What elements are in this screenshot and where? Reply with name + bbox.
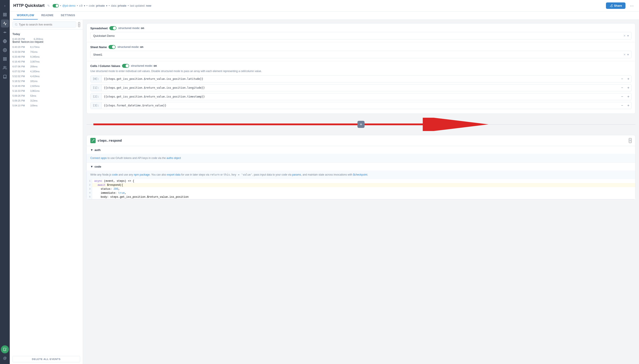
cell-value-0[interactable]: {{steps.get_iss_position.$return_value.i…	[102, 76, 619, 82]
sidebar-notifications-icon[interactable]	[1, 346, 9, 353]
sidebar-dashboard-icon[interactable]	[1, 55, 9, 63]
active-toggle[interactable]	[53, 4, 59, 8]
more-menu-button[interactable]: ···	[628, 2, 635, 9]
list-item[interactable]: 5:52:02 PM 4,419ms	[10, 74, 83, 79]
event-duration: 9,345ms	[30, 56, 40, 58]
header-version: v.9	[79, 4, 83, 7]
list-item[interactable]: 6:16:40 PM 3,007ms	[10, 59, 83, 64]
sidebar-settings-icon[interactable]	[1, 46, 9, 54]
event-duration: 6,293ms	[34, 38, 43, 40]
sidebar-sources-icon[interactable]	[1, 37, 9, 45]
cell-add-0[interactable]: +	[625, 76, 631, 82]
auths-object-link[interactable]: auths object	[167, 156, 181, 160]
line-content-2: await $respond({	[92, 183, 635, 187]
spreadsheet-toggle[interactable]	[109, 26, 117, 30]
cell-value-2[interactable]: {{steps.get_iss_position.$return_value.i…	[102, 93, 619, 100]
spreadsheet-card: Spreadsheet structured mode: on Quicksta…	[87, 23, 635, 114]
cell-row-1: [1]: {{steps.get_iss_position.$return_va…	[90, 84, 632, 91]
header-caret[interactable]: ▾	[84, 4, 85, 7]
sidebar-api-icon[interactable]	[1, 28, 9, 36]
checkpoint-link[interactable]: $checkpoint	[353, 173, 368, 176]
list-item[interactable]: 5:04:10 PM 109ms	[10, 103, 83, 108]
search-box[interactable]	[13, 22, 76, 28]
cells-structured-label: structured mode: on	[131, 64, 157, 68]
share-button[interactable]: Share	[606, 2, 625, 9]
cell-remove-1[interactable]: −	[619, 85, 625, 91]
line-content-5: body: steps.get_iss_position.$return_val…	[92, 195, 635, 199]
list-item[interactable]: 6:33:48 PM 9,345ms	[10, 54, 83, 59]
line-content-4: immediate: true,	[92, 191, 635, 195]
header-user-link[interactable]: @pd-demo	[62, 4, 76, 7]
event-time: 5:16:33 PM	[13, 90, 29, 92]
add-step-button[interactable]: +	[358, 121, 365, 128]
cell-add-2[interactable]: +	[625, 94, 631, 100]
list-item[interactable]: 6:07:06 PM 206ms	[10, 64, 83, 69]
cells-field-label: Cells / Column Values structured mode: o…	[90, 64, 632, 68]
list-item[interactable]: 5:09:25 PM 313ms	[10, 98, 83, 103]
export-data-link[interactable]: export data	[167, 173, 180, 176]
cell-value-3[interactable]: {{steps.format_datetime.$return_value}}	[102, 102, 619, 109]
tab-bar: WORKFLOW README SETTINGS	[10, 12, 639, 20]
list-item[interactable]: 6:07:02 PM 4,183ms	[10, 69, 83, 74]
sidebar-docs-icon[interactable]	[1, 73, 9, 81]
code-toggle[interactable]: ▼ code	[87, 163, 635, 170]
auth-description: Connect apps to use OAuth tokens and API…	[90, 156, 632, 160]
code-line-4: 4 immediate: true,	[87, 191, 635, 195]
spreadsheet-field-input[interactable]: Quickstart Demo × ▾	[90, 32, 632, 40]
respond-title-group: steps.respond	[90, 138, 122, 143]
header-code-caret[interactable]: ▾	[106, 4, 107, 7]
event-duration: 8,173ms	[30, 46, 40, 48]
spreadsheet-field-label: Spreadsheet structured mode: on	[90, 26, 632, 30]
event-list: Today 6:43:28 PM 6,293ms $send: favicon.…	[10, 30, 83, 354]
connect-apps-link[interactable]: Connect apps	[90, 156, 107, 160]
header-badge: • @pd-demo • v.9 ▾ • code: private ▾ • d…	[53, 4, 151, 8]
delete-all-events-button[interactable]: DELETE ALL EVENTS	[13, 356, 80, 362]
list-item[interactable]: 5:09:26 PM 53ms	[10, 93, 83, 98]
line-content-1: async (event, steps) => {	[92, 179, 635, 183]
sheet-name-field-input[interactable]: Sheet1 × ▾	[90, 51, 632, 58]
auth-toggle[interactable]: ▼ auth	[87, 146, 635, 154]
svg-rect-3	[3, 15, 5, 16]
cell-remove-0[interactable]: −	[619, 76, 625, 82]
code-editor[interactable]: 1 async (event, steps) => { 2 await $res…	[87, 179, 635, 199]
respond-card-header: steps.respond ×	[87, 135, 635, 146]
list-item[interactable]: 6:33:58 PM 741ms	[10, 50, 83, 54]
list-item[interactable]: 5:18:52 PM 181ms	[10, 79, 83, 84]
svg-point-16	[15, 24, 17, 25]
sheet-name-expand-icon[interactable]: ▾	[627, 53, 629, 56]
sidebar-expand-btn[interactable]: ›	[1, 2, 9, 10]
list-item[interactable]: 5:18:49 PM 2,825ms	[10, 84, 83, 88]
list-item[interactable]: 5:16:33 PM 3,861ms	[10, 88, 83, 93]
cell-remove-2[interactable]: −	[619, 94, 625, 100]
cell-remove-3[interactable]: −	[619, 102, 625, 108]
list-item[interactable]: 6:43:20 PM 8,173ms	[10, 44, 83, 50]
sidebar-email-icon[interactable]: @	[1, 354, 9, 362]
event-duration: 109ms	[30, 104, 38, 107]
params-link[interactable]: params	[292, 173, 301, 176]
code-link[interactable]: code	[112, 173, 118, 176]
tab-settings[interactable]: SETTINGS	[57, 12, 79, 20]
collapse-panel-button[interactable]: ‹	[78, 22, 80, 27]
sidebar-workflows-icon[interactable]	[1, 11, 9, 18]
sheet-name-toggle[interactable]	[109, 45, 116, 49]
svg-point-9	[5, 50, 6, 51]
cells-toggle[interactable]	[122, 64, 129, 68]
npm-link[interactable]: npm package	[134, 173, 150, 176]
code-desc-text: Write any Node.js code and use any npm p…	[90, 173, 632, 177]
tab-workflow[interactable]: WORKFLOW	[13, 12, 38, 20]
tab-readme[interactable]: README	[38, 12, 57, 20]
sheet-name-clear-icon[interactable]: ×	[624, 53, 625, 56]
spreadsheet-clear-icon[interactable]: ×	[624, 34, 625, 38]
sidebar-event-icon[interactable]	[1, 20, 9, 28]
list-item[interactable]: 6:43:28 PM 6,293ms $send: favicon.ico re…	[10, 36, 83, 44]
edit-title-icon[interactable]: ✎	[47, 4, 50, 8]
workflow-area: Spreadsheet structured mode: on Quicksta…	[83, 20, 639, 364]
event-duration: 3,007ms	[30, 60, 40, 63]
respond-card-close[interactable]: ×	[629, 138, 632, 143]
cell-add-3[interactable]: +	[625, 102, 631, 108]
sidebar-users-icon[interactable]	[1, 64, 9, 72]
spreadsheet-expand-icon[interactable]: ▾	[627, 34, 629, 38]
search-input[interactable]	[19, 23, 74, 26]
cell-value-1[interactable]: {{steps.get_iss_position.$return_value.i…	[102, 84, 619, 91]
cell-add-1[interactable]: +	[625, 85, 631, 91]
